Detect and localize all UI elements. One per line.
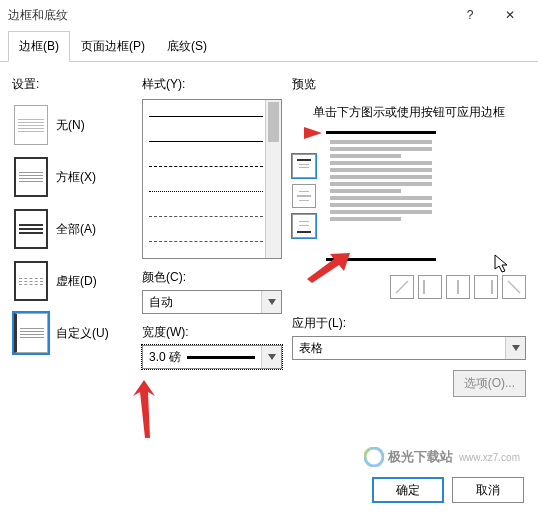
setting-all-label: 全部(A): [56, 221, 96, 238]
dialog-buttons: 确定 取消: [372, 477, 524, 503]
ok-button[interactable]: 确定: [372, 477, 444, 503]
svg-rect-2: [299, 167, 309, 168]
settings-label: 设置:: [12, 76, 132, 93]
style-scrollbar[interactable]: [265, 100, 281, 258]
setting-grid-label: 虚框(D): [56, 273, 97, 290]
chevron-down-icon: [505, 337, 525, 359]
width-value: 3.0 磅: [149, 349, 181, 366]
style-list[interactable]: [142, 99, 282, 259]
setting-custom-label: 自定义(U): [56, 325, 109, 342]
close-button[interactable]: ✕: [490, 1, 530, 29]
svg-rect-7: [299, 225, 309, 226]
tab-shading[interactable]: 底纹(S): [156, 31, 218, 62]
bottom-border-buttons: [292, 275, 526, 299]
help-button[interactable]: ?: [450, 1, 490, 29]
svg-point-14: [365, 448, 383, 466]
setting-none[interactable]: 无(N): [12, 99, 132, 151]
svg-rect-10: [423, 280, 425, 294]
side-buttons: [292, 154, 316, 238]
svg-rect-12: [491, 280, 493, 294]
page-preview[interactable]: [326, 131, 436, 261]
preview-hint: 单击下方图示或使用按钮可应用边框: [292, 103, 526, 121]
tab-page-borders[interactable]: 页面边框(P): [70, 31, 156, 62]
cancel-button[interactable]: 取消: [452, 477, 524, 503]
apply-label: 应用于(L):: [292, 315, 526, 332]
tab-borders[interactable]: 边框(B): [8, 31, 70, 62]
preview-column: 预览 单击下方图示或使用按钮可应用边框: [292, 76, 526, 397]
svg-rect-6: [299, 221, 309, 222]
setting-grid[interactable]: 虚框(D): [12, 255, 132, 307]
chevron-down-icon: [261, 291, 281, 313]
svg-line-9: [396, 281, 408, 293]
style-column: 样式(Y): 颜色(C): 自动 宽度(W): 3.0 磅: [142, 76, 282, 397]
svg-line-13: [508, 281, 520, 293]
border-top-button[interactable]: [292, 154, 316, 178]
svg-point-15: [365, 448, 383, 466]
apply-combo[interactable]: 表格: [292, 336, 526, 360]
color-value: 自动: [149, 294, 173, 311]
svg-rect-1: [299, 164, 309, 165]
svg-rect-11: [457, 280, 459, 294]
preview-label: 预览: [292, 76, 526, 93]
svg-rect-5: [299, 200, 309, 201]
setting-box[interactable]: 方框(X): [12, 151, 132, 203]
titlebar: 边框和底纹 ? ✕: [0, 0, 538, 30]
svg-rect-3: [299, 191, 309, 192]
watermark: 极光下载站 www.xz7.com: [364, 447, 520, 467]
apply-value: 表格: [299, 340, 323, 357]
dialog-body: 设置: 无(N) 方框(X) 全部(A) 虚框(D) 自定义(U) 样式(Y):: [0, 62, 538, 405]
border-diag2-button[interactable]: [502, 275, 526, 299]
border-diag1-button[interactable]: [390, 275, 414, 299]
border-right-button[interactable]: [474, 275, 498, 299]
tabs: 边框(B) 页面边框(P) 底纹(S): [0, 30, 538, 62]
border-bottom-button[interactable]: [292, 214, 316, 238]
setting-custom[interactable]: 自定义(U): [12, 307, 132, 359]
width-label: 宽度(W):: [142, 324, 282, 341]
color-combo[interactable]: 自动: [142, 290, 282, 314]
color-label: 颜色(C):: [142, 269, 282, 286]
svg-rect-8: [297, 231, 311, 233]
setting-all[interactable]: 全部(A): [12, 203, 132, 255]
width-combo[interactable]: 3.0 磅: [142, 345, 282, 369]
style-label: 样式(Y):: [142, 76, 282, 93]
preview-area: [292, 131, 526, 261]
svg-rect-0: [297, 159, 311, 161]
border-left-button[interactable]: [418, 275, 442, 299]
setting-none-label: 无(N): [56, 117, 85, 134]
setting-box-label: 方框(X): [56, 169, 96, 186]
chevron-down-icon: [261, 346, 281, 368]
svg-rect-4: [297, 195, 311, 197]
border-hmiddle-button[interactable]: [292, 184, 316, 208]
border-vmiddle-button[interactable]: [446, 275, 470, 299]
window-title: 边框和底纹: [8, 7, 450, 24]
options-button: 选项(O)...: [453, 370, 526, 397]
settings-column: 设置: 无(N) 方框(X) 全部(A) 虚框(D) 自定义(U): [12, 76, 132, 397]
